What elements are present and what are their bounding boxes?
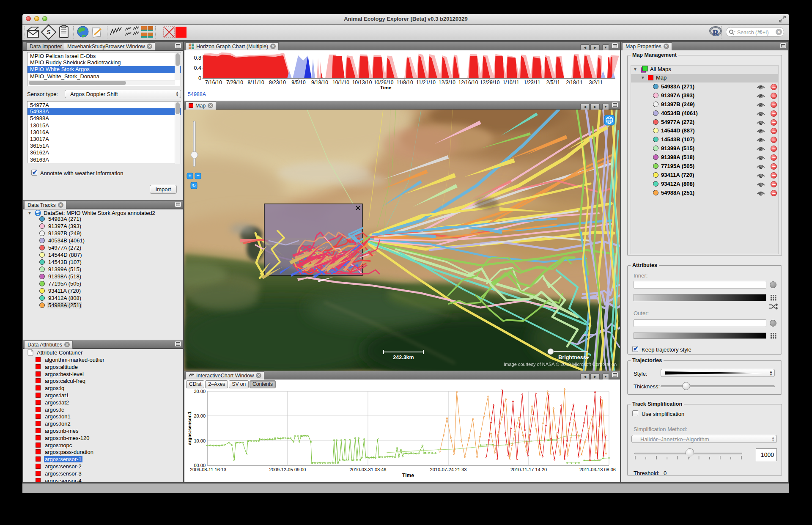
svg-text:2010-11-17 14:20: 2010-11-17 14:20 [510,467,547,472]
svg-text:20.00: 20.00 [194,413,206,418]
svg-text:0: 0 [198,75,201,81]
svg-text:8/11/10: 8/11/10 [247,80,264,85]
svg-text:0.8: 0.8 [194,55,201,61]
svg-text:2009-08-11 16:13: 2009-08-11 16:13 [190,467,226,472]
svg-text:10/26/10: 10/26/10 [374,80,394,85]
svg-text:10/13/10: 10/13/10 [352,80,372,85]
svg-text:2010-07-24 21:33: 2010-07-24 21:33 [430,467,467,472]
svg-text:10/1/10: 10/1/10 [332,80,349,85]
svg-text:Time: Time [380,85,392,90]
svg-text:3/2/11: 3/2/11 [589,80,603,85]
svg-text:Image courtesy of NASA © 2012: Image courtesy of NASA © 2012 Microsoft … [504,362,617,367]
svg-text:9/5/10: 9/5/10 [291,80,306,85]
svg-text:7/16/10: 7/16/10 [205,80,222,85]
svg-text:−: − [196,173,199,179]
svg-text:argos:sensor-1: argos:sensor-1 [187,411,192,445]
svg-text:0.4: 0.4 [194,65,201,71]
svg-text:S: S [47,29,51,36]
svg-text:R: R [713,28,719,37]
svg-text:1/10/11: 1/10/11 [502,80,519,85]
svg-text:Time: Time [402,473,414,478]
svg-text:54988A: 54988A [188,91,206,97]
svg-text:2/5/11: 2/5/11 [546,80,560,85]
svg-text:2/18/11: 2/18/11 [566,80,582,85]
svg-text:↻: ↻ [192,183,196,188]
svg-text:2010-03-31 03:46: 2010-03-31 03:46 [350,467,387,472]
svg-text:2011-03-13 08:06: 2011-03-13 08:06 [579,467,616,472]
svg-text:+: + [188,173,191,179]
svg-text:1/23/11: 1/23/11 [524,80,540,85]
svg-text:9/18/10: 9/18/10 [311,80,328,85]
svg-text:12/16/10: 12/16/10 [458,80,478,85]
svg-text:2009-12-05 09:00: 2009-12-05 09:00 [269,467,306,472]
svg-text:242.3km: 242.3km [393,355,414,360]
svg-text:8/23/10: 8/23/10 [269,80,286,85]
svg-text:11/21/10: 11/21/10 [416,80,436,85]
svg-text:7/29/10: 7/29/10 [226,80,243,85]
svg-text:11/8/10: 11/8/10 [396,80,413,85]
svg-text:10.00: 10.00 [194,438,206,443]
svg-text:30.00: 30.00 [194,389,206,394]
svg-text:12/29/10: 12/29/10 [480,80,500,85]
svg-text:12/3/10: 12/3/10 [439,80,455,85]
svg-text:Brightness: Brightness [558,355,586,360]
